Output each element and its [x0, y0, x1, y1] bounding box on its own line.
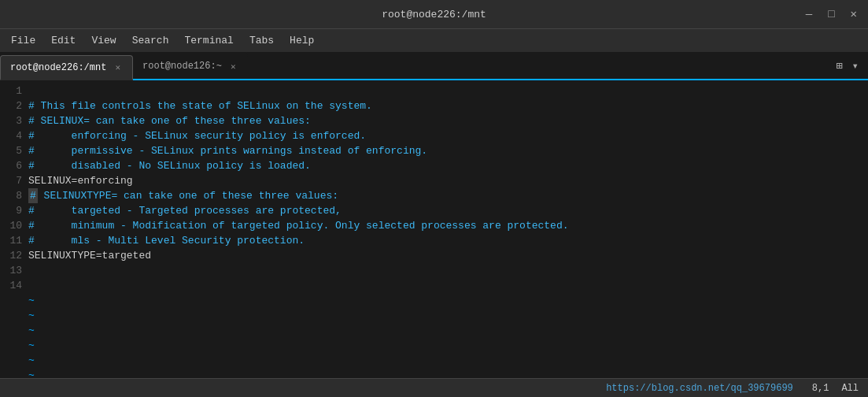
menu-edit[interactable]: Edit: [43, 32, 83, 50]
status-position: 8,1: [812, 383, 829, 394]
status-extent: All: [841, 383, 859, 394]
tilde-line-6: ~: [0, 368, 868, 378]
line-1: 1: [0, 83, 868, 98]
tilde-line-5: ~: [0, 353, 868, 368]
line-num-4: 4: [0, 128, 28, 143]
line-num-10: 10: [0, 218, 28, 233]
menu-terminal[interactable]: Terminal: [176, 32, 241, 50]
line-content-6: # disabled - No SELinux policy is loaded…: [28, 158, 311, 173]
new-tab-icon[interactable]: ⊞: [833, 58, 845, 74]
line-3: 3 # SELINUX= can take one of these three…: [0, 113, 868, 128]
tilde-line-4: ~: [0, 338, 868, 353]
line-4: 4 # enforcing - SELinux security policy …: [0, 128, 868, 143]
menu-help[interactable]: Help: [282, 32, 322, 50]
line-num-6: 6: [0, 158, 28, 173]
line-6: 6 # disabled - No SELinux policy is load…: [0, 158, 868, 173]
tilde-line-2: ~: [0, 308, 868, 323]
line-12: 12 SELINUXTYPE=targeted: [0, 248, 868, 263]
maximize-button[interactable]: □: [823, 7, 839, 21]
tab-close-node226[interactable]: ✕: [113, 61, 123, 73]
tilde-line-3: ~: [0, 323, 868, 338]
titlebar-controls: — □ ✕: [801, 7, 862, 21]
titlebar: root@node226:/mnt — □ ✕: [0, 0, 868, 28]
tilde-1: ~: [28, 293, 35, 308]
editor: 1 2 # This file controls the state of SE…: [0, 80, 868, 378]
tilde-3: ~: [28, 323, 35, 338]
titlebar-title: root@node226:/mnt: [382, 9, 486, 20]
line-content-7: SELINUX=enforcing: [28, 173, 133, 188]
line-num-3: 3: [0, 113, 28, 128]
line-content-11: # mls - Multi Level Security protection.: [28, 233, 305, 248]
line-content-5: # permissive - SELinux prints warnings i…: [28, 143, 427, 158]
tilde-5: ~: [28, 353, 35, 368]
tab-node126[interactable]: root@node126:~ ✕: [133, 54, 247, 79]
line-content-10: # minimum - Modification of targeted pol…: [28, 218, 569, 233]
line-num-13: 13: [0, 263, 28, 278]
tilde-2: ~: [28, 308, 35, 323]
menubar: File Edit View Search Terminal Tabs Help: [0, 28, 868, 52]
line-num-1: 1: [0, 83, 28, 98]
tabbar: root@node226:/mnt ✕ root@node126:~ ✕ ⊞ ▾: [0, 52, 868, 80]
line-11: 11 # mls - Multi Level Security protecti…: [0, 233, 868, 248]
line-content-3: # SELINUX= can take one of these three v…: [28, 113, 311, 128]
line-content-2: # This file controls the state of SELinu…: [28, 98, 372, 113]
status-url: https://blog.csdn.net/qq_39679699: [606, 383, 793, 394]
close-button[interactable]: ✕: [846, 7, 862, 21]
line-7: 7 SELINUX=enforcing: [0, 173, 868, 188]
line-content-8: # SELINUXTYPE= can take one of these thr…: [28, 188, 338, 203]
tab-dropdown-icon[interactable]: ▾: [849, 58, 862, 74]
tab-close-node126[interactable]: ✕: [228, 61, 238, 72]
minimize-button[interactable]: —: [801, 7, 817, 21]
tilde-6: ~: [28, 368, 35, 378]
menu-view[interactable]: View: [83, 32, 124, 50]
line-8: 8 # SELINUXTYPE= can take one of these t…: [0, 188, 868, 203]
statusbar: https://blog.csdn.net/qq_39679699 8,1 Al…: [0, 378, 868, 397]
tab-label-node126: root@node126:~: [142, 61, 222, 72]
line-13: 13: [0, 263, 868, 278]
tab-label-node226: root@node226:/mnt: [10, 62, 106, 73]
line-num-12: 12: [0, 248, 28, 263]
line-num-7: 7: [0, 173, 28, 188]
menu-search[interactable]: Search: [124, 32, 177, 50]
tilde-line-1: ~: [0, 293, 868, 308]
line-marker: #: [28, 188, 38, 203]
line-2: 2 # This file controls the state of SELi…: [0, 98, 868, 113]
menu-tabs[interactable]: Tabs: [242, 32, 282, 50]
line-num-14: 14: [0, 278, 28, 293]
line-content-4: # enforcing - SELinux security policy is…: [28, 128, 366, 143]
line-content-12: SELINUXTYPE=targeted: [28, 248, 151, 263]
line-num-9: 9: [0, 203, 28, 218]
line-num-8: 8: [0, 188, 28, 203]
line-content-9: # targeted - Targeted processes are prot…: [28, 203, 342, 218]
menu-file[interactable]: File: [3, 32, 43, 50]
line-num-2: 2: [0, 98, 28, 113]
line-num-11: 11: [0, 233, 28, 248]
line-10: 10 # minimum - Modification of targeted …: [0, 218, 868, 233]
line-num-5: 5: [0, 143, 28, 158]
tilde-4: ~: [28, 338, 35, 353]
line-14: 14: [0, 278, 868, 293]
line-9: 9 # targeted - Targeted processes are pr…: [0, 203, 868, 218]
tab-node226[interactable]: root@node226:/mnt ✕: [0, 55, 133, 80]
tabbar-right: ⊞ ▾: [833, 58, 862, 74]
line-5: 5 # permissive - SELinux prints warnings…: [0, 143, 868, 158]
